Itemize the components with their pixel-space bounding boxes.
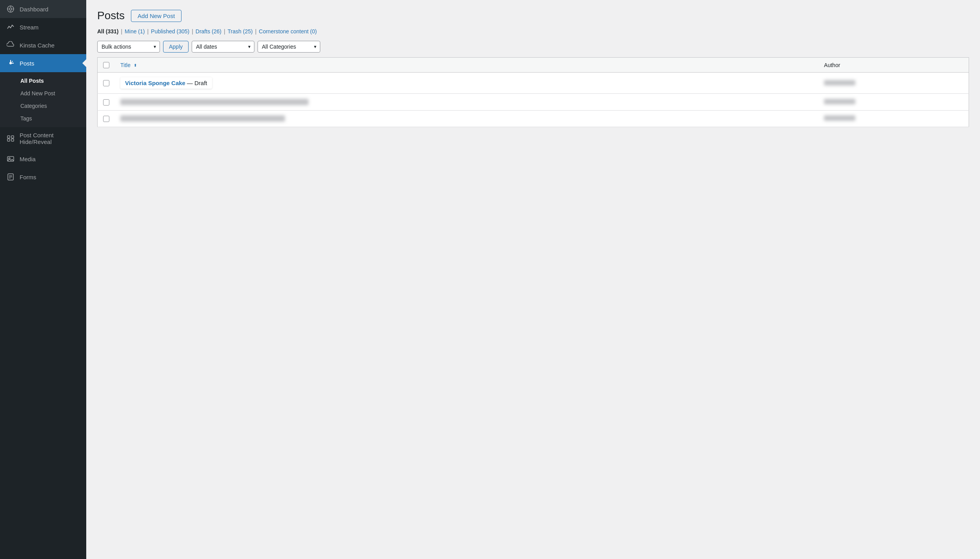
sidebar-subitem-tags[interactable]: Tags bbox=[0, 112, 86, 125]
svg-rect-14 bbox=[7, 157, 14, 161]
sidebar-item-forms[interactable]: Forms bbox=[0, 168, 86, 186]
filter-tab-drafts[interactable]: Drafts (26) bbox=[196, 28, 221, 35]
sidebar-subitem-add-new-post[interactable]: Add New Post bbox=[0, 87, 86, 100]
svg-point-6 bbox=[9, 62, 12, 64]
sidebar-subitem-categories[interactable]: Categories bbox=[0, 100, 86, 112]
all-dates-wrapper: All dates bbox=[192, 41, 254, 53]
bulk-actions-select[interactable]: Bulk actions bbox=[97, 41, 160, 53]
apply-button[interactable]: Apply bbox=[163, 41, 189, 53]
cloud-icon bbox=[6, 41, 15, 49]
post-title-highlight: Victoria Sponge Cake — Draft bbox=[120, 77, 212, 89]
filter-tabs: All (331) | Mine (1) | Published (305) |… bbox=[97, 28, 969, 35]
filter-tab-trash[interactable]: Trash (25) bbox=[228, 28, 253, 35]
sidebar-item-stream[interactable]: Stream bbox=[0, 18, 86, 36]
author-blurred-3 bbox=[824, 115, 855, 121]
svg-point-0 bbox=[9, 8, 12, 10]
table-row: Victoria Sponge Cake — Draft bbox=[98, 73, 969, 94]
post-title-blurred-2 bbox=[120, 99, 309, 105]
main-content: Posts Add New Post All (331) | Mine (1) … bbox=[86, 0, 980, 559]
table-row bbox=[98, 94, 969, 110]
sidebar-subitem-all-posts[interactable]: All Posts bbox=[0, 75, 86, 87]
post-draft-label-1: — Draft bbox=[187, 80, 207, 86]
content-icon bbox=[6, 134, 15, 143]
dashboard-icon bbox=[6, 5, 15, 13]
sort-icon: ⬍ bbox=[134, 63, 137, 67]
column-header-author: Author bbox=[818, 58, 969, 73]
sidebar-item-label-dashboard: Dashboard bbox=[20, 6, 48, 13]
row-1-checkbox[interactable] bbox=[103, 80, 109, 86]
sidebar-item-dashboard[interactable]: Dashboard bbox=[0, 0, 86, 18]
sidebar-item-label-kinsta-cache: Kinsta Cache bbox=[20, 42, 54, 49]
page-title: Posts bbox=[97, 9, 125, 22]
svg-line-8 bbox=[12, 61, 13, 62]
author-blurred-2 bbox=[824, 99, 855, 104]
table-row bbox=[98, 110, 969, 127]
post-title-blurred-3 bbox=[120, 115, 285, 122]
stream-icon bbox=[6, 23, 15, 31]
select-all-checkbox[interactable] bbox=[103, 62, 109, 68]
row-3-checkbox[interactable] bbox=[103, 116, 109, 122]
sidebar-item-label-forms: Forms bbox=[20, 174, 36, 180]
sidebar-item-label-posts: Posts bbox=[20, 60, 34, 67]
svg-rect-13 bbox=[11, 139, 14, 141]
media-icon bbox=[6, 155, 15, 163]
posts-icon bbox=[6, 59, 15, 67]
row-2-checkbox[interactable] bbox=[103, 99, 109, 106]
svg-rect-11 bbox=[11, 136, 14, 138]
toolbar: Bulk actions Apply All dates All Categor… bbox=[97, 41, 969, 53]
sidebar-item-post-content[interactable]: Post Content Hide/Reveal bbox=[0, 127, 86, 150]
sidebar-item-posts[interactable]: Posts bbox=[0, 54, 86, 72]
author-blurred-1 bbox=[824, 80, 855, 86]
all-categories-select[interactable]: All Categories bbox=[258, 41, 320, 53]
filter-tab-mine[interactable]: Mine (1) bbox=[125, 28, 145, 35]
filter-tab-all[interactable]: All (331) bbox=[97, 28, 118, 35]
all-dates-select[interactable]: All dates bbox=[192, 41, 254, 53]
filter-tab-cornerstone[interactable]: Cornerstone content (0) bbox=[259, 28, 317, 35]
page-header: Posts Add New Post bbox=[97, 9, 969, 22]
column-header-title[interactable]: Title ⬍ bbox=[115, 58, 818, 73]
sidebar-item-kinsta-cache[interactable]: Kinsta Cache bbox=[0, 36, 86, 54]
sidebar-item-label-stream: Stream bbox=[20, 24, 38, 31]
filter-tab-published[interactable]: Published (305) bbox=[151, 28, 189, 35]
sidebar-item-label-media: Media bbox=[20, 156, 36, 162]
sidebar-item-label-post-content: Post Content Hide/Reveal bbox=[20, 132, 80, 145]
forms-icon bbox=[6, 173, 15, 181]
all-categories-wrapper: All Categories bbox=[258, 41, 320, 53]
add-new-post-button[interactable]: Add New Post bbox=[131, 10, 181, 22]
svg-rect-12 bbox=[7, 139, 10, 141]
sidebar-item-media[interactable]: Media bbox=[0, 150, 86, 168]
sidebar: Dashboard Stream Kinsta Cache Po bbox=[0, 0, 86, 559]
posts-table: Title ⬍ Author Victoria Sponge Cake — Dr… bbox=[97, 57, 969, 127]
post-title-link-1[interactable]: Victoria Sponge Cake bbox=[125, 80, 185, 86]
posts-submenu: All Posts Add New Post Categories Tags bbox=[0, 72, 86, 127]
bulk-actions-wrapper: Bulk actions bbox=[97, 41, 160, 53]
svg-rect-10 bbox=[7, 136, 10, 138]
